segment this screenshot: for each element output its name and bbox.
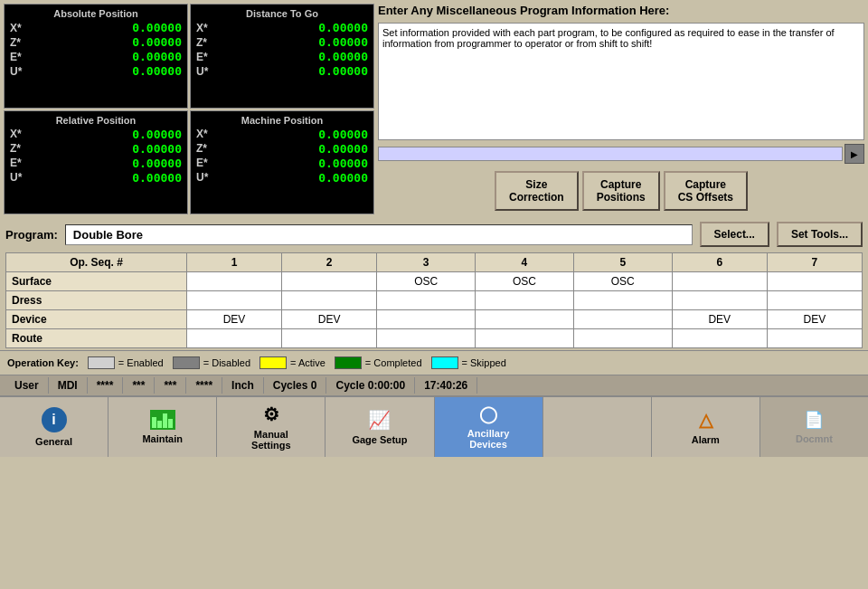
- table-row-label: Route: [6, 329, 187, 348]
- table-cell[interactable]: [377, 329, 476, 348]
- toolbar-label-ancillary-devices: AncillaryDevices: [467, 428, 509, 450]
- table-row: Dress: [6, 291, 863, 310]
- table-row: DeviceDEVDEVDEVDEV: [6, 310, 863, 329]
- table-cell[interactable]: [186, 329, 281, 348]
- toolbar-btn-gage-setup[interactable]: 📈 Gage Setup: [326, 397, 434, 457]
- dist-z-value: 0.00000: [318, 35, 368, 49]
- table-cell[interactable]: [573, 329, 672, 348]
- table-cell[interactable]: [476, 329, 574, 348]
- scroll-right-button[interactable]: ▶: [844, 144, 864, 164]
- capture-positions-button[interactable]: CapturePositions: [582, 171, 660, 211]
- dist-e-value: 0.00000: [318, 50, 368, 63]
- dist-u-label: U*: [196, 65, 216, 78]
- dist-x-label: X*: [196, 22, 216, 34]
- table-cell[interactable]: DEV: [672, 310, 767, 329]
- table-cell[interactable]: [672, 291, 767, 310]
- table-cell[interactable]: [186, 291, 281, 310]
- mach-u-label: U*: [196, 171, 216, 184]
- table-cell[interactable]: [186, 272, 281, 291]
- status-user: User: [5, 377, 49, 394]
- capture-cs-offsets-button[interactable]: CaptureCS Offsets: [664, 171, 748, 211]
- machine-position-title: Machine Position: [196, 115, 368, 126]
- key-item-enabled: = Enabled: [88, 356, 164, 369]
- pos-row: Z*0.00000: [196, 35, 368, 49]
- table-cell[interactable]: [672, 329, 767, 348]
- operation-key: Operation Key: = Enabled = Disabled = Ac…: [0, 350, 868, 375]
- chart-icon: [150, 410, 175, 430]
- status-field1: ****: [88, 377, 124, 394]
- table-cell[interactable]: [672, 272, 767, 291]
- table-row-label: Dress: [6, 291, 187, 310]
- set-tools-button[interactable]: Set Tools...: [777, 222, 863, 247]
- rel-e-label: E*: [10, 157, 30, 169]
- table-cell[interactable]: OSC: [573, 272, 672, 291]
- pos-row: U*0.00000: [10, 171, 182, 185]
- disabled-label: = Disabled: [203, 357, 250, 368]
- size-correction-button[interactable]: SizeCorrection: [495, 171, 579, 211]
- skipped-swatch: [431, 356, 458, 369]
- table-header-3: 3: [377, 253, 476, 272]
- table-cell[interactable]: [377, 291, 476, 310]
- rel-z-label: Z*: [10, 142, 30, 155]
- table-header-6: 6: [672, 253, 767, 272]
- info-textarea[interactable]: Set information provided with each part …: [378, 23, 864, 140]
- mach-x-value: 0.00000: [318, 128, 368, 141]
- table-cell[interactable]: [767, 291, 862, 310]
- dist-x-value: 0.00000: [318, 21, 368, 34]
- absolute-position-title: Absolute Position: [10, 8, 182, 19]
- table-cell[interactable]: DEV: [282, 310, 377, 329]
- completed-swatch: [335, 356, 362, 369]
- position-panels: Absolute Position X*0.00000 Z*0.00000 E*…: [4, 4, 374, 214]
- table-cell[interactable]: [767, 272, 862, 291]
- pos-row: X*0.00000: [196, 21, 368, 34]
- table-cell[interactable]: [282, 272, 377, 291]
- abs-e-label: E*: [10, 51, 30, 63]
- gage-icon: 📈: [368, 409, 391, 431]
- table-cell[interactable]: [282, 329, 377, 348]
- toolbar-btn-maintain[interactable]: Maintain: [108, 397, 217, 457]
- table-cell[interactable]: DEV: [186, 310, 281, 329]
- active-label: = Active: [290, 357, 326, 368]
- bottom-toolbar: i General Maintain ⚙ ManualSettings 📈 Ga…: [0, 395, 868, 457]
- table-row: SurfaceOSCOSCOSC: [6, 272, 863, 291]
- pos-row: E*0.00000: [196, 50, 368, 63]
- table-cell[interactable]: [377, 310, 476, 329]
- devices-icon: ◯: [479, 404, 497, 424]
- document-icon: 📄: [804, 410, 824, 430]
- toolbar-btn-ancillary-devices[interactable]: ◯ AncillaryDevices: [435, 397, 543, 457]
- toolbar-btn-manual-settings[interactable]: ⚙ ManualSettings: [217, 397, 326, 457]
- table-cell[interactable]: OSC: [476, 272, 574, 291]
- table-cell[interactable]: OSC: [377, 272, 476, 291]
- enabled-label: = Enabled: [118, 357, 164, 368]
- abs-e-value: 0.00000: [132, 50, 182, 63]
- table-cell[interactable]: [476, 291, 574, 310]
- status-field4: ****: [186, 377, 222, 394]
- pos-row: E*0.00000: [196, 157, 368, 170]
- table-row-label: Surface: [6, 272, 187, 291]
- scroll-track[interactable]: [378, 147, 843, 161]
- toolbar-label-manual-settings: ManualSettings: [251, 429, 290, 451]
- table-cell[interactable]: [573, 291, 672, 310]
- pos-row: X*0.00000: [10, 21, 182, 34]
- status-cycles: Cycles 0: [264, 377, 327, 394]
- table-cell[interactable]: [282, 291, 377, 310]
- disabled-swatch: [173, 356, 200, 369]
- top-section: Absolute Position X*0.00000 Z*0.00000 E*…: [0, 0, 868, 218]
- table-cell[interactable]: DEV: [767, 310, 862, 329]
- completed-label: = Completed: [365, 357, 422, 368]
- toolbar-btn-docmnt[interactable]: 📄 Docmnt: [760, 397, 868, 457]
- active-swatch: [259, 356, 287, 369]
- pos-row: U*0.00000: [196, 64, 368, 78]
- table-cell[interactable]: [573, 310, 672, 329]
- mach-x-label: X*: [196, 128, 216, 140]
- scrollbar-area: ▶: [378, 144, 864, 164]
- table-cell[interactable]: [476, 310, 574, 329]
- mach-e-label: E*: [196, 157, 216, 169]
- rel-x-value: 0.00000: [132, 128, 182, 141]
- pos-row: E*0.00000: [10, 50, 182, 63]
- relative-position-panel: Relative Position X*0.00000 Z*0.00000 E*…: [4, 110, 188, 215]
- toolbar-btn-alarm[interactable]: △ Alarm: [652, 397, 760, 457]
- select-button[interactable]: Select...: [700, 222, 769, 247]
- toolbar-btn-general[interactable]: i General: [0, 397, 108, 457]
- table-cell[interactable]: [767, 329, 862, 348]
